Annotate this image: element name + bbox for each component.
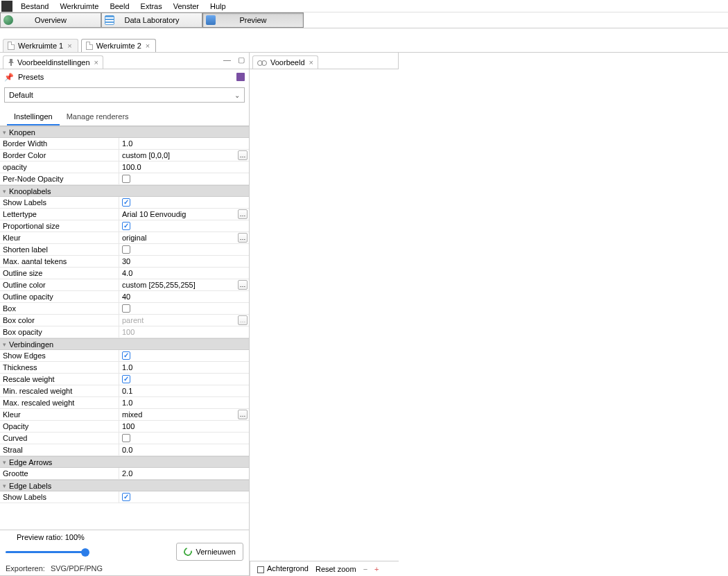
row-border-color[interactable]: Border Colorcustom [0,0,0]… <box>0 150 249 162</box>
tab-instellingen[interactable]: Instellingen <box>7 109 60 125</box>
mode-preview-label: Preview <box>239 16 266 24</box>
ellipsis-button[interactable]: … <box>238 280 248 290</box>
menu-bestand[interactable]: Bestand <box>15 2 54 10</box>
zoom-in-button[interactable]: + <box>374 565 379 573</box>
chevron-down-icon: ▾ <box>3 341 6 348</box>
menubar: Bestand Werkruimte Beeld Extras Venster … <box>0 0 728 12</box>
minimize-icon[interactable]: — <box>223 55 231 64</box>
ellipsis-button[interactable]: … <box>238 233 248 243</box>
save-preset-icon[interactable] <box>236 73 245 81</box>
menu-hulp[interactable]: Hulp <box>205 2 232 10</box>
row-outline-color[interactable]: Outline colorcustom [255,255,255]… <box>0 279 249 291</box>
checkbox[interactable] <box>122 245 130 254</box>
export-svg-pdf-png[interactable]: SVG/PDF/PNG <box>51 564 103 573</box>
settings-scroll[interactable]: ▾Knopen Border Width1.0 Border Colorcust… <box>0 126 249 530</box>
row-outline-size[interactable]: Outline size4.0 <box>0 268 249 279</box>
ellipsis-button[interactable]: … <box>238 315 248 325</box>
row-show-labels[interactable]: Show Labels <box>0 197 249 209</box>
row-min-rescaled[interactable]: Min. rescaled weight0.1 <box>0 385 249 397</box>
preview-ratio-slider[interactable] <box>6 546 85 557</box>
row-edge-opacity[interactable]: Opacity100 <box>0 421 249 433</box>
row-border-width[interactable]: Border Width1.0 <box>0 138 249 150</box>
checkbox[interactable] <box>122 493 130 501</box>
row-shorten-label[interactable]: Shorten label <box>0 244 249 256</box>
checkbox[interactable] <box>122 375 130 383</box>
checkbox[interactable] <box>122 198 130 207</box>
mode-overview[interactable]: Overview <box>0 12 101 28</box>
pin-icon <box>8 59 15 66</box>
row-opacity[interactable]: opacity100.0 <box>0 162 249 173</box>
row-rescale-weight[interactable]: Rescale weight <box>0 374 249 385</box>
ellipsis-button[interactable]: … <box>238 150 248 160</box>
section-edge-arrows[interactable]: ▾Edge Arrows <box>0 456 249 468</box>
checkbox[interactable] <box>122 175 130 183</box>
background-toggle[interactable]: Achtergrond <box>257 564 309 573</box>
row-box[interactable]: Box <box>0 303 249 315</box>
ellipsis-button[interactable]: … <box>238 410 248 419</box>
row-edge-show-labels[interactable]: Show Labels <box>0 491 249 503</box>
refresh-button-label: Vernieuwen <box>196 548 236 556</box>
ellipsis-button[interactable]: … <box>238 209 248 219</box>
document-icon <box>8 42 15 50</box>
mode-preview[interactable]: Preview <box>202 12 304 28</box>
section-knooplabels[interactable]: ▾Knooplabels <box>0 185 249 197</box>
row-proportional-size[interactable]: Proportional size <box>0 220 249 232</box>
close-icon[interactable]: × <box>146 42 150 50</box>
tab-voorbeeldinstellingen[interactable]: Voorbeeldinstellingen × <box>3 55 103 69</box>
checkbox[interactable] <box>122 434 130 442</box>
reset-zoom-button[interactable]: Reset zoom <box>315 565 356 573</box>
preset-select[interactable]: Default ⌄ <box>4 87 245 103</box>
workspace-tab-2[interactable]: Werkruimte 2 × <box>81 39 157 52</box>
section-edge-labels-title: Edge Labels <box>9 482 51 490</box>
menu-venster[interactable]: Venster <box>168 2 205 10</box>
workspace-tab-1[interactable]: Werkruimte 1 × <box>3 39 78 52</box>
section-edge-labels[interactable]: ▾Edge Labels <box>0 480 249 491</box>
preview-panel: Voorbeeld × Achtergrond Reset zoom − + <box>250 53 728 576</box>
row-lettertype[interactable]: LettertypeArial 10 Eenvoudig… <box>0 209 249 220</box>
row-curved[interactable]: Curved <box>0 433 249 444</box>
row-grootte[interactable]: Grootte2.0 <box>0 468 249 480</box>
tab-voorbeeld-label: Voorbeeld <box>270 58 305 67</box>
refresh-button[interactable]: Vernieuwen <box>176 543 244 561</box>
menu-beeld[interactable]: Beeld <box>104 2 135 10</box>
close-icon[interactable]: × <box>67 42 71 50</box>
menu-extras[interactable]: Extras <box>135 2 168 10</box>
row-thickness[interactable]: Thickness1.0 <box>0 362 249 374</box>
globe-icon <box>3 15 13 25</box>
row-show-edges[interactable]: Show Edges <box>0 350 249 362</box>
section-knopen[interactable]: ▾Knopen <box>0 126 249 138</box>
export-label: Exporteren: <box>6 564 45 573</box>
section-verbindingen[interactable]: ▾Verbindingen <box>0 338 249 350</box>
row-straal[interactable]: Straal0.0 <box>0 444 249 456</box>
chevron-down-icon: ▾ <box>3 129 6 136</box>
row-max-chars[interactable]: Max. aantal tekens30 <box>0 256 249 268</box>
tab-manage-renderers[interactable]: Manage renderers <box>60 109 136 125</box>
mode-datalab[interactable]: Data Laboratory <box>101 12 202 28</box>
row-box-color[interactable]: Box colorparent… <box>0 315 249 326</box>
settings-panel: Voorbeeldinstellingen × — ▢ 📌 Presets De… <box>0 53 250 576</box>
preview-canvas[interactable] <box>250 69 728 561</box>
zoom-out-button[interactable]: − <box>363 565 367 573</box>
checkbox[interactable] <box>122 304 130 313</box>
checkbox[interactable] <box>257 566 264 573</box>
mode-datalab-label: Data Laboratory <box>125 16 180 24</box>
row-box-opacity[interactable]: Box opacity100 <box>0 326 249 338</box>
export-row: Exporteren: SVG/PDF/PNG <box>6 564 243 573</box>
close-icon[interactable]: × <box>309 58 313 67</box>
row-max-rescaled[interactable]: Max. rescaled weight1.0 <box>0 397 249 409</box>
menu-werkruimte[interactable]: Werkruimte <box>54 2 104 10</box>
tab-voorbeeldinstellingen-label: Voorbeeldinstellingen <box>17 58 90 67</box>
tab-voorbeeld[interactable]: Voorbeeld × <box>252 55 318 69</box>
row-kleur-edge[interactable]: Kleurmixed… <box>0 409 249 421</box>
document-icon <box>86 42 93 50</box>
restore-icon[interactable]: ▢ <box>238 55 245 64</box>
checkbox[interactable] <box>122 351 130 360</box>
chevron-down-icon: ▾ <box>3 188 6 195</box>
section-knooplabels-title: Knooplabels <box>9 187 51 195</box>
row-outline-opacity[interactable]: Outline opacity40 <box>0 291 249 303</box>
close-icon[interactable]: × <box>94 58 98 67</box>
settings-panel-tabs: Voorbeeldinstellingen × — ▢ <box>0 53 250 69</box>
row-per-node-opacity[interactable]: Per-Node Opacity <box>0 173 249 185</box>
checkbox[interactable] <box>122 222 130 230</box>
row-kleur-node[interactable]: Kleuroriginal… <box>0 232 249 244</box>
